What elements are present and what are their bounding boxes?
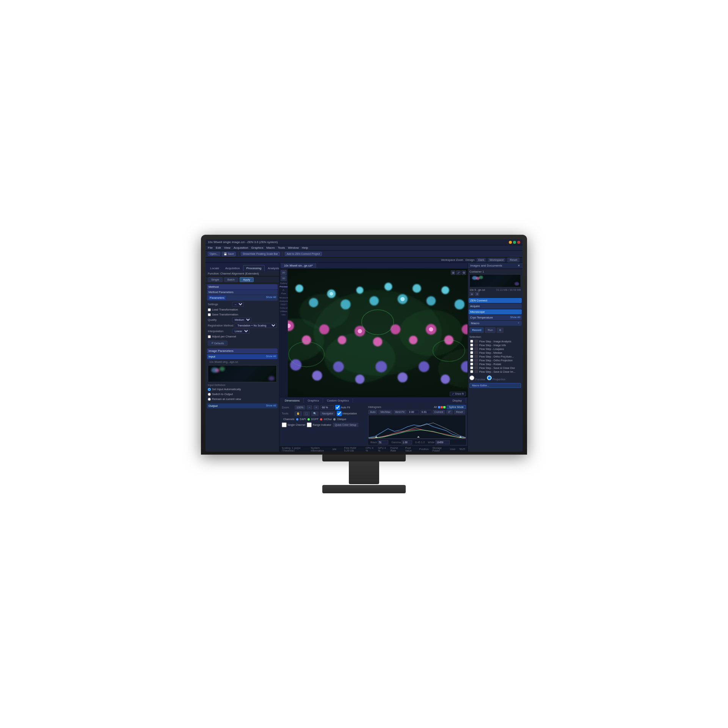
- menu-tools[interactable]: Tools: [278, 246, 285, 249]
- gamma-value-input[interactable]: [402, 440, 412, 444]
- open-btn[interactable]: Open...: [208, 252, 220, 256]
- degree-btn[interactable]: 0°: [446, 410, 453, 414]
- hist-val1[interactable]: [408, 410, 419, 414]
- custom-graphics-tab[interactable]: Custom Graphics: [323, 398, 353, 403]
- flow-check-save-close-doc[interactable]: [470, 366, 473, 369]
- adjust-channel-check[interactable]: [208, 335, 211, 338]
- zoom-in-btn[interactable]: +: [314, 405, 319, 410]
- flow-check-rotate[interactable]: [470, 362, 473, 366]
- view-grid-btn[interactable]: ⊞: [469, 292, 474, 296]
- zoom-tool-btn[interactable]: 🔍: [311, 411, 318, 416]
- maximize-btn[interactable]: [513, 241, 516, 244]
- show-all-cryo[interactable]: Show All: [510, 316, 520, 318]
- fullscreen-btn[interactable]: ⤢: [456, 270, 461, 275]
- workspace-value[interactable]: Workspace: [488, 258, 505, 262]
- flow-check-info[interactable]: [470, 344, 473, 347]
- show-all-link[interactable]: Show All: [266, 296, 276, 300]
- black-value-input[interactable]: [378, 440, 388, 444]
- reset-btn[interactable]: Reset: [507, 257, 519, 262]
- tab-processing[interactable]: Processing: [243, 265, 265, 271]
- zen-connect-section[interactable]: ZEN Connect: [469, 298, 522, 303]
- macro-settings-btn[interactable]: ⚙: [497, 328, 504, 333]
- tab-acquisition[interactable]: Acquisition: [222, 265, 243, 271]
- single-channel-check[interactable]: [282, 422, 287, 427]
- menu-macro[interactable]: Macro: [267, 246, 275, 249]
- auto-fit-check[interactable]: [335, 405, 340, 410]
- tab-analysis[interactable]: Analysis: [265, 265, 279, 271]
- reset-hist-btn[interactable]: Reset: [454, 410, 465, 414]
- run-btn[interactable]: Run: [485, 327, 496, 333]
- menu-file[interactable]: File: [208, 246, 213, 249]
- select-btn[interactable]: ⬚: [303, 411, 310, 416]
- quick-color-btn[interactable]: Quick Color Setup: [333, 423, 358, 427]
- viewer-tab-main[interactable]: 10x 96well sin...ge.czi*: [281, 263, 316, 268]
- minmax-btn[interactable]: Min/Max: [378, 410, 392, 414]
- flow-check-ortho-auto[interactable]: [470, 355, 473, 358]
- menu-view[interactable]: View: [224, 246, 231, 249]
- single-btn[interactable]: Single: [208, 277, 223, 282]
- bestfit-btn[interactable]: Best Fit: [394, 410, 406, 414]
- apply-btn[interactable]: Apply: [240, 277, 254, 282]
- tab-locate[interactable]: Locate: [207, 265, 222, 271]
- doc-preview[interactable]: [469, 274, 521, 287]
- save-btn[interactable]: 💾 Save: [222, 252, 236, 256]
- macro-editor-btn[interactable]: Macro Editor...: [469, 383, 521, 388]
- flow-check-ortho-proj[interactable]: [470, 359, 473, 362]
- settings-select[interactable]: --: [232, 302, 244, 307]
- tool-2d[interactable]: 2D: [281, 270, 287, 275]
- remain-radio[interactable]: [208, 398, 211, 401]
- minimize-btn[interactable]: [509, 241, 512, 244]
- tool-3d[interactable]: 3D: [281, 276, 287, 281]
- microscope-section[interactable]: Microscope: [469, 309, 522, 314]
- theme-value[interactable]: Dark: [477, 258, 486, 262]
- white-value-input[interactable]: [435, 440, 450, 444]
- flow-check-lowpass[interactable]: [470, 347, 473, 350]
- switch-output-radio[interactable]: [208, 393, 211, 396]
- set-auto-radio[interactable]: [208, 388, 211, 391]
- show-fit-btn[interactable]: ✓ Show fit: [450, 392, 466, 396]
- zen-connect-btn[interactable]: Add to ZEN Connect Project: [285, 252, 322, 256]
- batch-btn[interactable]: Batch: [224, 277, 238, 282]
- flow-check-analysis[interactable]: [470, 340, 473, 343]
- settings-view-btn[interactable]: ⚙: [461, 270, 466, 275]
- output-show-all[interactable]: Show All: [266, 404, 276, 408]
- hist-val2[interactable]: [420, 410, 431, 414]
- spline-mode-btn[interactable]: Spline Mode: [447, 405, 466, 409]
- flow-check-median[interactable]: [470, 351, 473, 354]
- interpolation-check[interactable]: [337, 411, 342, 416]
- navigator-btn[interactable]: Navigator: [320, 411, 335, 416]
- input-show-all[interactable]: Show All: [266, 355, 276, 358]
- properties-toggle[interactable]: Properties: [487, 375, 505, 381]
- range-indicator-check[interactable]: [307, 422, 312, 427]
- pan-btn[interactable]: ✋: [295, 411, 302, 416]
- save-transform-check[interactable]: [208, 313, 211, 316]
- macro-expand[interactable]: ▾: [518, 322, 519, 325]
- menu-graphics[interactable]: Graphics: [251, 246, 264, 249]
- defaults-btn[interactable]: ↺ Defaults: [208, 340, 228, 346]
- auto-btn[interactable]: Auto: [368, 410, 377, 414]
- menu-acquisition[interactable]: Acquisition: [234, 246, 248, 249]
- quality-select[interactable]: Medium: [232, 317, 251, 322]
- scale-bar-btn[interactable]: Show/Hide Floating Scale Bar: [241, 252, 280, 256]
- dimensions-tab[interactable]: Dimensions: [281, 398, 304, 403]
- menu-window[interactable]: Window: [288, 246, 299, 249]
- display-tab[interactable]: Display: [449, 398, 466, 403]
- registration-select[interactable]: Translation + No Scaling: [235, 323, 277, 328]
- zoom-out-btn[interactable]: −: [307, 405, 312, 410]
- grid-view-btn[interactable]: ⊞: [451, 270, 455, 275]
- menu-edit[interactable]: Edit: [216, 246, 221, 249]
- zoom-fit-btn[interactable]: 100%: [295, 405, 305, 410]
- view-list-btn[interactable]: ☰: [475, 292, 479, 296]
- close-btn[interactable]: [517, 241, 520, 244]
- preview-toggle[interactable]: Preview: [469, 375, 485, 381]
- cryo-temp-section[interactable]: Cryo Temperature Show All: [469, 315, 522, 320]
- interpolation-select[interactable]: Linear: [232, 329, 249, 334]
- flow-check-save-close-im[interactable]: [470, 370, 473, 373]
- load-transform-check[interactable]: [208, 308, 211, 311]
- acquire-section[interactable]: Acquire: [469, 304, 522, 309]
- graphics-tab[interactable]: Graphics: [304, 398, 323, 403]
- current-btn[interactable]: Current: [433, 410, 445, 414]
- zoom-value-input[interactable]: [320, 405, 334, 410]
- record-btn[interactable]: Record: [469, 327, 484, 333]
- menu-help[interactable]: Help: [302, 246, 308, 249]
